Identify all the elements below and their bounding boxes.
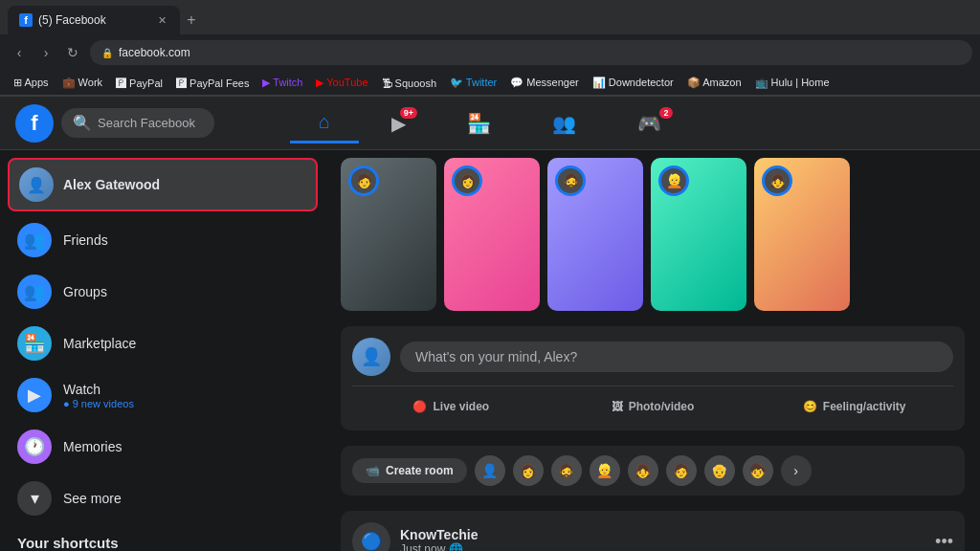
room-avatar-4[interactable]: 👱 (590, 455, 620, 486)
groups-icon: 👥 (552, 112, 576, 135)
story-card-5[interactable]: 👧 (754, 158, 850, 311)
bookmark-paypal[interactable]: 🅿 PayPal (110, 76, 168, 91)
bookmark-youtube[interactable]: ▶ YouTube (310, 75, 373, 91)
post-header: 🔵 KnowTechie Just now 🌐 ••• (352, 522, 953, 551)
sidebar-groups-label: Groups (63, 284, 107, 299)
sidebar-item-marketplace[interactable]: 🏪 Marketplace (8, 319, 318, 368)
nav-groups-button[interactable]: 👥 (523, 103, 605, 143)
feeling-activity-button[interactable]: 😊 Feeling/activity (755, 394, 953, 419)
room-bar: 📹 Create room 👤 👩 🧔 👱 👧 🧑 👴 🧒 › (341, 446, 965, 496)
sidebar-item-groups[interactable]: 👥 Groups (8, 267, 318, 317)
bookmark-work[interactable]: 💼 Work (56, 75, 109, 91)
story-card-3[interactable]: 🧔 (547, 158, 643, 311)
user-name: Alex Gatewood (63, 177, 160, 192)
facebook-main: 👤 Alex Gatewood ← 👥 Friends 👥 Groups 🏪 M… (0, 150, 980, 551)
marketplace-icon: 🏪 (467, 112, 491, 135)
search-input[interactable] (98, 116, 203, 130)
sidebar-item-watch[interactable]: ▶ Watch ● 9 new videos (8, 370, 318, 420)
gaming-badge: 2 (659, 107, 673, 119)
nav-center: ⌂ ▶ 9+ 🏪 👥 🎮 2 (290, 103, 690, 143)
nav-buttons: ‹ › ↻ (8, 41, 84, 64)
sidebar-item-memories[interactable]: 🕐 Memories (8, 422, 318, 472)
watch-sub-label: ● 9 new videos (63, 398, 134, 409)
post-input-field[interactable]: What's on your mind, Alex? (400, 342, 953, 372)
groups-icon: 👥 (17, 275, 52, 309)
bookmarks-bar: ⊞ Apps 💼 Work 🅿 PayPal 🅿 PayPal Fees ▶ T… (0, 71, 980, 96)
sidebar-seemore-label: See more (63, 491, 122, 506)
nav-home-button[interactable]: ⌂ (290, 103, 359, 143)
watch-icon: ▶ (17, 378, 52, 412)
home-icon: ⌂ (319, 111, 330, 133)
create-room-button[interactable]: 📹 Create room (352, 458, 467, 483)
bookmark-messenger[interactable]: 💬 Messenger (504, 75, 584, 91)
memories-icon: 🕐 (17, 430, 52, 464)
user-avatar: 👤 (19, 167, 54, 202)
bookmark-downdetector[interactable]: 📊 Downdetector (587, 75, 679, 91)
story-card-4[interactable]: 👱 (651, 158, 746, 311)
room-avatar-8[interactable]: 🧒 (743, 455, 773, 486)
post-time: Just now 🌐 (400, 542, 925, 551)
post-username: KnowTechie (400, 527, 925, 542)
room-avatar-3[interactable]: 🧔 (551, 455, 582, 486)
bookmark-squoosh[interactable]: 🗜 Squoosh (376, 76, 442, 91)
marketplace-icon: 🏪 (17, 326, 52, 361)
live-video-label: Live video (433, 400, 489, 413)
create-post-box: 👤 What's on your mind, Alex? 🔴 Live vide… (341, 326, 965, 430)
watch-badge: 9+ (400, 107, 417, 119)
browser-chrome: f (5) Facebook ✕ + ‹ › ↻ 🔒 facebook.com … (0, 0, 980, 97)
sidebar-item-see-more[interactable]: ▾ See more (8, 474, 318, 523)
sidebar-marketplace-label: Marketplace (63, 336, 136, 351)
address-bar: ‹ › ↻ 🔒 facebook.com (0, 34, 980, 71)
story-avatar-2: 👩 (452, 165, 482, 196)
verified-icon: 🌐 (449, 542, 463, 551)
photo-video-button[interactable]: 🖼 Photo/video (554, 394, 752, 419)
facebook-topnav: f 🔍 ⌂ ▶ 9+ 🏪 👥 🎮 2 (0, 97, 980, 150)
story-card-1[interactable]: 🧑 (341, 158, 436, 311)
forward-button[interactable]: › (34, 41, 57, 64)
feeling-icon: 😊 (803, 400, 817, 413)
room-avatar-1[interactable]: 👤 (475, 455, 505, 486)
bookmark-twitch[interactable]: ▶ Twitch (256, 75, 308, 91)
create-room-label: Create room (386, 464, 454, 477)
bookmark-apps[interactable]: ⊞ Apps (8, 75, 55, 91)
search-icon: 🔍 (73, 114, 92, 132)
story-avatar-4: 👱 (658, 165, 689, 196)
story-avatar-1: 🧑 (348, 165, 379, 196)
url-bar[interactable]: 🔒 facebook.com (90, 40, 972, 65)
stories-row: 🧑 👩 🧔 👱 👧 (341, 158, 965, 311)
nav-watch-button[interactable]: ▶ 9+ (363, 103, 434, 143)
nav-marketplace-button[interactable]: 🏪 (438, 103, 520, 143)
facebook-sidebar: 👤 Alex Gatewood ← 👥 Friends 👥 Groups 🏪 M… (0, 150, 325, 551)
bookmark-hulu[interactable]: 📺 Hulu | Home (749, 75, 835, 91)
photo-video-icon: 🖼 (612, 400, 623, 413)
post-user-info: KnowTechie Just now 🌐 (400, 527, 925, 551)
active-tab[interactable]: f (5) Facebook ✕ (8, 6, 180, 34)
room-more-button[interactable]: › (781, 455, 812, 486)
search-box[interactable]: 🔍 (61, 108, 214, 138)
sidebar-user-profile[interactable]: 👤 Alex Gatewood ← (8, 158, 318, 211)
sidebar-watch-label: Watch (63, 382, 134, 397)
room-avatar-6[interactable]: 🧑 (666, 455, 697, 486)
room-avatar-7[interactable]: 👴 (704, 455, 735, 486)
nav-gaming-button[interactable]: 🎮 2 (609, 103, 690, 143)
facebook-logo[interactable]: f (15, 104, 54, 143)
post-user-avatar: 👤 (352, 338, 390, 376)
live-video-button[interactable]: 🔴 Live video (352, 394, 550, 419)
bookmark-amazon[interactable]: 📦 Amazon (681, 75, 747, 91)
post-actions: 🔴 Live video 🖼 Photo/video 😊 Feeling/act… (352, 386, 953, 419)
room-avatar-2[interactable]: 👩 (513, 455, 544, 486)
bookmark-twitter[interactable]: 🐦 Twitter (444, 75, 502, 91)
story-card-2[interactable]: 👩 (444, 158, 540, 311)
new-tab-button[interactable]: + (180, 9, 203, 32)
back-button[interactable]: ‹ (8, 41, 31, 64)
post-menu-button[interactable]: ••• (935, 532, 953, 552)
refresh-button[interactable]: ↻ (61, 41, 84, 64)
sidebar-memories-label: Memories (63, 439, 122, 454)
photo-video-label: Photo/video (629, 400, 695, 413)
room-avatar-5[interactable]: 👧 (628, 455, 658, 486)
facebook-content: 🧑 👩 🧔 👱 👧 👤 What's on (325, 150, 980, 551)
bookmark-paypal-fees[interactable]: 🅿 PayPal Fees (170, 76, 255, 91)
tab-close-button[interactable]: ✕ (156, 12, 168, 29)
sidebar-item-friends[interactable]: 👥 Friends (8, 215, 318, 265)
tab-favicon: f (19, 13, 33, 27)
